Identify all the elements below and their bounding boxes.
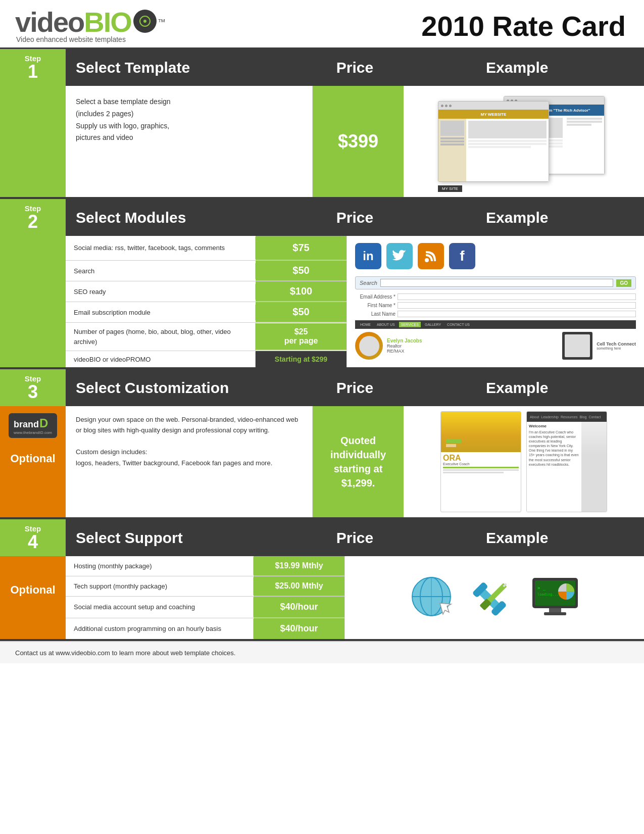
form-mock: Email Address * First Name * Last Name bbox=[355, 293, 636, 317]
module-desc-5: Number of pages (home, bio, about, blog,… bbox=[66, 323, 256, 351]
step2-modules: Social media: rss, twitter, facebook, ta… bbox=[66, 236, 347, 367]
step3-optional-label: Optional bbox=[10, 452, 55, 465]
logo-area: video BIO ™ Video enhanced website templ… bbox=[15, 8, 166, 43]
support-row-1: Hosting (monthly package) $19.99 Mthly bbox=[66, 556, 344, 576]
support-price-4: $40/hour bbox=[254, 618, 344, 639]
step4-items: Hosting (monthly package) $19.99 Mthly T… bbox=[66, 556, 345, 639]
step3-header-cols: Select Customization Price Example bbox=[66, 369, 644, 406]
module-row-6: videoBIO or videoPROMO Starting at $299 bbox=[66, 351, 346, 367]
module-desc-3: SEO ready bbox=[66, 284, 256, 300]
search-bar-mock: Search GO bbox=[355, 276, 636, 289]
module-desc-2: Search bbox=[66, 263, 256, 279]
svg-text:loading...: loading... bbox=[537, 593, 559, 597]
step1-price-display: $399 bbox=[313, 86, 404, 197]
twitter-icon bbox=[386, 243, 413, 269]
step2-price-col: Price bbox=[310, 209, 401, 226]
support-row-2: Tech support (monthly package) $25.00 Mt… bbox=[66, 576, 344, 597]
step1-badge: Step 1 bbox=[0, 49, 66, 86]
support-desc-3: Social media account setup and coaching bbox=[66, 597, 254, 617]
step3-description: Design your own space on the web. Person… bbox=[66, 406, 313, 517]
step2-example-col: Example bbox=[401, 209, 634, 226]
svg-point-3 bbox=[425, 258, 429, 262]
step2-header-cols: Select Modules Price Example bbox=[66, 199, 644, 236]
linkedin-icon: in bbox=[355, 243, 381, 269]
module-desc-4: Email subscription module bbox=[66, 305, 256, 320]
step4-price-col: Price bbox=[310, 529, 401, 547]
step3-example-display: ORA Executive Coach About Leadership Res… bbox=[404, 406, 644, 517]
header: video BIO ™ Video enhanced website templ… bbox=[0, 0, 644, 47]
computer-icon: > _ loading... bbox=[530, 575, 580, 620]
trademark-symbol: ™ bbox=[158, 18, 166, 27]
footer-text: Contact us at www.videobio.com to learn … bbox=[15, 649, 235, 657]
step3-price-value: Quoted individually starting at $1,299. bbox=[319, 433, 398, 490]
support-desc-2: Tech support (monthly package) bbox=[66, 577, 254, 595]
step3-body: brand D www.thebrandID.com Optional Desi… bbox=[0, 406, 644, 519]
tools-icon bbox=[469, 574, 515, 621]
logo-camera-icon bbox=[133, 10, 157, 33]
facebook-icon: f bbox=[449, 243, 475, 269]
support-desc-4: Additional custom programming on an hour… bbox=[66, 619, 254, 639]
support-row-4: Additional custom programming on an hour… bbox=[66, 618, 344, 639]
step1-header-cols: Select Template Price Example bbox=[66, 49, 644, 86]
module-price-1: $75 bbox=[256, 236, 346, 260]
brand-d-logo: brand D www.thebrandID.com bbox=[9, 413, 57, 438]
logo: video BIO ™ bbox=[15, 8, 166, 36]
profile-mock: Evelyn Jacobs Realtor RE/MAX Cell Tech C… bbox=[355, 332, 636, 360]
support-row-3: Social media account setup and coaching … bbox=[66, 597, 344, 618]
step2-section: Step 2 Select Modules Price Example Soci… bbox=[0, 199, 644, 369]
step4-optional-label: Optional bbox=[10, 583, 55, 597]
step3-title-col: Select Customization bbox=[76, 379, 310, 397]
step1-num: 1 bbox=[28, 63, 38, 81]
step4-title-col: Select Support bbox=[76, 529, 310, 547]
step1-desc-line2: (includes 2 pages) bbox=[76, 110, 133, 118]
step4-side: Optional bbox=[0, 556, 66, 639]
step3-price-display: Quoted individually starting at $1,299. bbox=[313, 406, 404, 517]
module-row-4: Email subscription module $50 bbox=[66, 302, 346, 323]
step4-num: 4 bbox=[28, 533, 38, 551]
step3-section: Step 3 Select Customization Price Exampl… bbox=[0, 369, 644, 519]
social-icons-row: in f bbox=[355, 243, 475, 269]
step2-side bbox=[0, 236, 66, 367]
module-price-6: Starting at $299 bbox=[256, 351, 346, 367]
rate-card-title: 2010 Rate Card bbox=[421, 10, 626, 42]
module-price-5: $25per page bbox=[256, 323, 346, 350]
step4-header-cols: Select Support Price Example bbox=[66, 519, 644, 556]
module-desc-6: videoBIO or videoPROMO bbox=[66, 352, 256, 367]
step2-title-col: Select Modules bbox=[76, 209, 310, 226]
step3-side: brand D www.thebrandID.com Optional bbox=[0, 406, 66, 517]
module-desc-1: Social media: rss, twitter, facebook, ta… bbox=[66, 237, 256, 259]
step1-description: Select a base template design (includes … bbox=[66, 86, 313, 197]
svg-point-2 bbox=[143, 20, 146, 23]
step1-example-display: Straight Talk from "The Rich Advisor" bbox=[404, 86, 644, 197]
step1-desc-line4: pictures and video bbox=[76, 133, 133, 141]
rss-icon bbox=[418, 243, 444, 269]
svg-text:> _: > _ bbox=[537, 585, 546, 591]
logo-subtitle: Video enhanced website templates bbox=[15, 35, 166, 43]
step3-header: Step 3 Select Customization Price Exampl… bbox=[0, 369, 644, 406]
step4-body: Optional Hosting (monthly package) $19.9… bbox=[0, 556, 644, 641]
support-price-3: $40/hour bbox=[254, 597, 344, 618]
nav-bar-mock: HOME ABOUT US SERVICES GALLERY CONTACT U… bbox=[355, 320, 636, 329]
step1-section: Step 1 Select Template Price Example Sel… bbox=[0, 47, 644, 199]
step1-header: Step 1 Select Template Price Example bbox=[0, 49, 644, 86]
svg-rect-20 bbox=[549, 608, 561, 612]
globe-icon bbox=[409, 574, 454, 621]
module-row-1: Social media: rss, twitter, facebook, ta… bbox=[66, 236, 346, 261]
step1-example-col: Example bbox=[401, 59, 634, 76]
support-price-1: $19.99 Mthly bbox=[254, 556, 344, 576]
step3-example-col: Example bbox=[401, 379, 634, 397]
footer: Contact us at www.videobio.com to learn … bbox=[0, 641, 644, 663]
step3-num: 3 bbox=[28, 383, 38, 401]
module-price-3: $100 bbox=[256, 281, 346, 302]
step4-example-display: > _ loading... bbox=[345, 556, 644, 639]
logo-video-text: video bbox=[15, 8, 84, 36]
step1-desc-line3: Supply us with logo, graphics, bbox=[76, 122, 169, 130]
step2-header: Step 2 Select Modules Price Example bbox=[0, 199, 644, 236]
step2-badge: Step 2 bbox=[0, 199, 66, 236]
step1-price-value: $399 bbox=[338, 131, 378, 152]
step4-header: Step 4 Select Support Price Example bbox=[0, 519, 644, 556]
svg-rect-21 bbox=[544, 612, 566, 615]
module-row-3: SEO ready $100 bbox=[66, 281, 346, 302]
step2-num: 2 bbox=[28, 213, 38, 231]
step1-title-col: Select Template bbox=[76, 59, 310, 76]
